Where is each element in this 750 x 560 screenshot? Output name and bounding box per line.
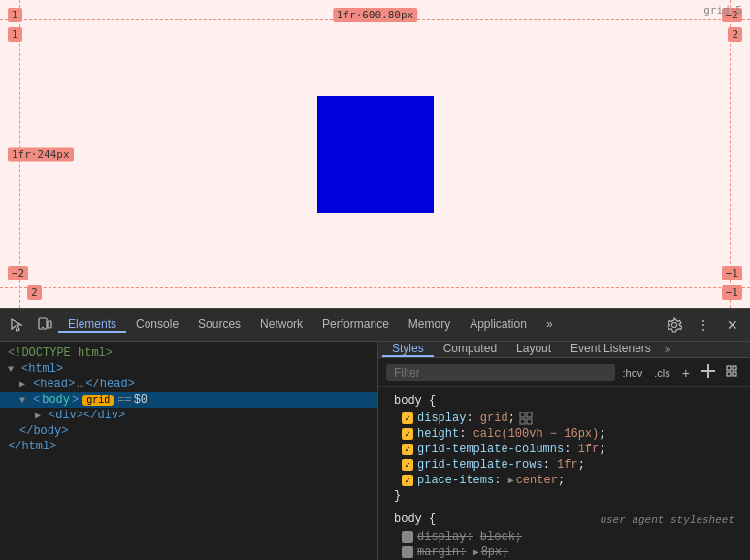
- css-rules: body { ✓ display : grid ;: [378, 387, 750, 560]
- tree-html[interactable]: ▼ <html>: [0, 361, 377, 377]
- css-checkbox-height[interactable]: ✓: [402, 428, 413, 440]
- more-options-icon[interactable]: ⋮: [690, 312, 717, 339]
- styles-panel: Styles Computed Layout Event Listeners »…: [378, 342, 750, 560]
- grid-badge: grid: [82, 395, 114, 406]
- tab-application[interactable]: Application: [460, 317, 537, 333]
- filter-hov-button[interactable]: :hov: [619, 365, 647, 380]
- css-prop-display-ua[interactable]: display : block ;: [386, 529, 742, 544]
- filter-add-button[interactable]: +: [678, 363, 694, 382]
- svg-rect-6: [733, 366, 736, 370]
- close-devtools-button[interactable]: ✕: [719, 312, 746, 339]
- svg-rect-8: [733, 372, 736, 376]
- styles-tab-layout[interactable]: Layout: [506, 342, 561, 357]
- svg-rect-1: [48, 321, 51, 328]
- grid-icon[interactable]: [519, 412, 533, 425]
- settings-icon[interactable]: [661, 312, 688, 339]
- filter-bar: :hov .cls + grid:5: [378, 358, 750, 387]
- grid-border-right: [730, 0, 731, 308]
- elements-tree[interactable]: <!DOCTYPE html> ▼ <html> ▶ <head> … </he…: [0, 342, 378, 560]
- css-checkbox-display[interactable]: ✓: [402, 412, 413, 424]
- tab-sources[interactable]: Sources: [188, 317, 250, 333]
- svg-rect-12: [527, 419, 532, 424]
- styles-more-tabs[interactable]: »: [665, 343, 671, 356]
- grid-label-top-left-1: 1: [8, 8, 22, 22]
- blue-box: [317, 96, 434, 213]
- svg-rect-11: [520, 419, 525, 424]
- css-checkbox-gtc[interactable]: ✓: [402, 444, 413, 455]
- svg-rect-10: [527, 412, 532, 417]
- devtools-tabs: Elements Console Sources Network Perform…: [58, 317, 661, 333]
- grid-label-top-center: 1fr·600.80px: [333, 8, 417, 22]
- css-prop-place-items[interactable]: ✓ place-items : ▶ center ;: [386, 473, 742, 488]
- devtools-toolbar-right: ⋮ ✕: [661, 312, 746, 339]
- css-checkbox-margin-ua[interactable]: [402, 546, 413, 558]
- preview-area: 1 1fr·600.80px −2 1 2 1fr·244px −2 2 −1 …: [0, 0, 750, 308]
- grid-border-bottom: [0, 287, 750, 288]
- grid-label-bot-right-neg1: −1: [722, 266, 742, 280]
- devtools-body: <!DOCTYPE html> ▼ <html> ▶ <head> … </he…: [0, 342, 750, 560]
- css-rule-body-ua: body { user agent stylesheet display : b…: [378, 510, 750, 560]
- tree-html-close[interactable]: </html>: [0, 439, 377, 454]
- tab-performance[interactable]: Performance: [312, 317, 399, 333]
- css-checkbox-display-ua[interactable]: [402, 531, 413, 543]
- tab-elements[interactable]: Elements: [58, 317, 126, 333]
- tab-more[interactable]: »: [537, 317, 563, 333]
- svg-rect-4: [707, 364, 709, 378]
- css-prop-grid-template-rows[interactable]: ✓ grid-template-rows : 1fr ;: [386, 457, 742, 473]
- css-close-brace-1: }: [394, 489, 401, 503]
- css-prop-margin-ua[interactable]: margin : ▶ 8px ;: [386, 544, 742, 560]
- inspect-icon[interactable]: [4, 312, 31, 339]
- tree-body[interactable]: ▼ <body> grid == $0: [0, 392, 377, 408]
- tree-head[interactable]: ▶ <head> … </head>: [0, 377, 377, 392]
- grid-label-bot-left-2: 2: [27, 285, 42, 300]
- styles-tab-event-listeners[interactable]: Event Listeners: [561, 342, 661, 357]
- tab-console[interactable]: Console: [126, 317, 188, 333]
- svg-rect-9: [520, 412, 525, 417]
- grid-label-bot-left-neg2: −2: [8, 266, 28, 280]
- filter-input[interactable]: [386, 364, 615, 381]
- styles-refresh-icon[interactable]: [721, 362, 742, 382]
- grid-label-top-right-2: 2: [728, 27, 742, 42]
- styles-new-style-icon[interactable]: [698, 362, 719, 382]
- styles-tab-styles[interactable]: Styles: [382, 342, 434, 357]
- svg-rect-5: [727, 366, 731, 370]
- css-prop-display[interactable]: ✓ display : grid ;: [386, 411, 742, 426]
- tree-div[interactable]: ▶ <div></div>: [0, 408, 377, 423]
- tab-memory[interactable]: Memory: [399, 317, 460, 333]
- devtools-panel: Elements Console Sources Network Perform…: [0, 308, 750, 560]
- grid-label-top-left-1b: 1: [8, 27, 22, 42]
- css-checkbox-gtr[interactable]: ✓: [402, 459, 413, 471]
- css-rule-body: body { ✓ display : grid ;: [378, 391, 750, 506]
- device-icon[interactable]: [31, 312, 58, 339]
- tab-network[interactable]: Network: [250, 317, 312, 333]
- svg-rect-7: [727, 372, 731, 376]
- user-agent-label: user agent stylesheet: [600, 514, 742, 526]
- styles-tab-computed[interactable]: Computed: [434, 342, 506, 357]
- css-selector-body1[interactable]: body {: [394, 394, 436, 408]
- grid-label-bot-right-neg1b: −1: [722, 285, 742, 300]
- tree-doctype[interactable]: <!DOCTYPE html>: [0, 346, 377, 361]
- css-prop-height[interactable]: ✓ height : calc(100vh − 16px) ;: [386, 426, 742, 442]
- tree-body-close[interactable]: </body>: [0, 423, 377, 439]
- css-prop-grid-template-columns[interactable]: ✓ grid-template-columns : 1fr ;: [386, 442, 742, 457]
- css-checkbox-place-items[interactable]: ✓: [402, 475, 413, 486]
- devtools-toolbar: Elements Console Sources Network Perform…: [0, 309, 750, 342]
- grid-label-mid-left: 1fr·244px: [8, 147, 74, 161]
- styles-tabs: Styles Computed Layout Event Listeners »: [378, 342, 750, 358]
- css-selector-body2[interactable]: body {: [394, 512, 436, 526]
- filter-cls-button[interactable]: .cls: [650, 365, 674, 380]
